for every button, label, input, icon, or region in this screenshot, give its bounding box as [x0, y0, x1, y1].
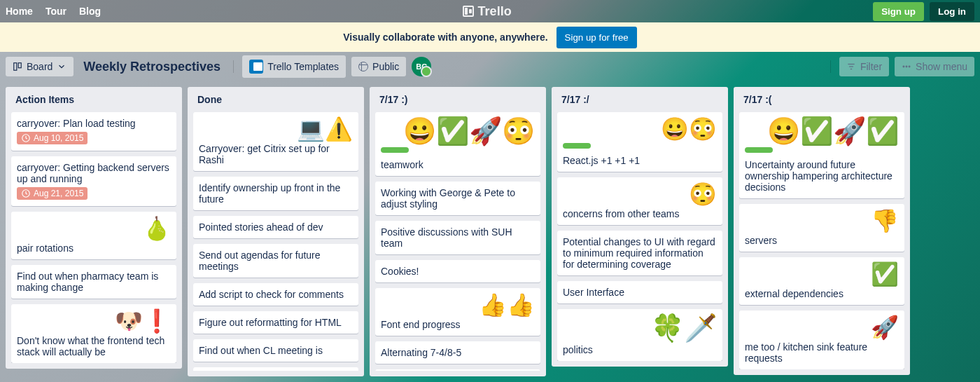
- due-date-badge[interactable]: Aug 21, 2015: [17, 187, 88, 200]
- card[interactable]: 💻⚠️Carryover: get Citrix set up for Rash…: [193, 112, 358, 171]
- card-text: teamwork: [381, 159, 535, 170]
- card[interactable]: 😀✅🚀😳teamwork: [375, 112, 540, 176]
- card-text: pair rotations: [17, 243, 171, 254]
- board-title[interactable]: Weekly Retrospectives: [79, 60, 225, 74]
- banner-cta-button[interactable]: Sign up for free: [556, 27, 637, 48]
- card[interactable]: carryover: Getting backend servers up an…: [11, 156, 176, 206]
- card[interactable]: 😀✅🚀✅Uncertainty around future ownership …: [739, 112, 904, 198]
- card[interactable]: 😳concerns from other teams: [557, 177, 722, 225]
- card-text: Font end progress: [381, 319, 535, 330]
- card[interactable]: carryover: Plan load testingAug 10, 2015: [11, 112, 176, 151]
- card-text: servers: [745, 235, 899, 246]
- visibility-button[interactable]: Public: [351, 57, 406, 76]
- list-title[interactable]: 7/17 :/: [557, 93, 722, 107]
- list-title[interactable]: 7/17 :(: [739, 93, 904, 107]
- card-text: Pointed stories ahead of dev: [199, 221, 353, 233]
- list-title[interactable]: 7/17 :): [375, 93, 540, 107]
- member-avatar[interactable]: BC: [412, 57, 431, 76]
- show-menu-label: Show menu: [916, 61, 967, 72]
- chevron-down-icon: [57, 62, 66, 71]
- nav-links: Home Tour Blog: [6, 6, 101, 17]
- list-title[interactable]: Action Items: [11, 93, 176, 107]
- filter-button[interactable]: Filter: [839, 57, 889, 76]
- card[interactable]: Alternating 7-4/8-5: [375, 341, 540, 364]
- card-stickers: 🍀🗡️: [563, 315, 717, 341]
- card-stickers: 👎: [745, 210, 899, 232]
- list-cards: 😀😳React.js +1 +1 +1😳concerns from other …: [557, 112, 722, 361]
- card[interactable]: Pointed stories ahead of dev: [193, 216, 358, 238]
- board-header-right: Filter Show menu: [827, 57, 974, 76]
- list: Action Itemscarryover: Plan load testing…: [6, 87, 182, 369]
- card[interactable]: Working with George & Pete to adjust sty…: [375, 182, 540, 215]
- card[interactable]: 🐶❗Don't know what the frontend tech stac…: [11, 304, 176, 363]
- card[interactable]: 👍👍Font end progress: [375, 288, 540, 336]
- card[interactable]: Send out agendas for future meetings: [193, 244, 358, 278]
- card-text: me too / kitchen sink feature requests: [745, 341, 899, 364]
- nav-tour[interactable]: Tour: [46, 6, 66, 17]
- show-menu-button[interactable]: Show menu: [895, 57, 974, 76]
- svg-rect-1: [18, 63, 21, 68]
- card[interactable]: Positive discussions with SUH team: [375, 221, 540, 254]
- list-cards: 😀✅🚀😳teamworkWorking with George & Pete t…: [375, 112, 540, 371]
- clock-icon: [21, 133, 31, 143]
- globe-icon: [358, 62, 368, 71]
- visibility-label: Public: [372, 61, 399, 72]
- card-text: React.js +1 +1 +1: [563, 155, 717, 166]
- card-text: User Interface: [563, 287, 717, 298]
- card-text: Carryover: get Citrix set up for Rashi: [199, 143, 353, 165]
- card[interactable]: Identify ownership up front in the futur…: [193, 177, 358, 210]
- card-label-green[interactable]: [381, 147, 409, 153]
- svg-point-5: [903, 66, 904, 67]
- card-text: Potential changes to UI with regard to m…: [563, 236, 717, 270]
- svg-rect-0: [14, 63, 17, 71]
- card[interactable]: 👎servers: [739, 204, 904, 252]
- card[interactable]: ✅external dependencies: [739, 257, 904, 305]
- card[interactable]: User Interface: [557, 281, 722, 303]
- templates-label: Trello Templates: [267, 61, 339, 72]
- card[interactable]: Figure out reformatting for HTML: [193, 311, 358, 334]
- list-cards: 💻⚠️Carryover: get Citrix set up for Rash…: [193, 112, 358, 371]
- list: Done💻⚠️Carryover: get Citrix set up for …: [188, 87, 364, 376]
- board-view-switcher[interactable]: Board: [6, 57, 74, 76]
- card-text: Cookies!: [381, 266, 535, 277]
- signup-button[interactable]: Sign up: [873, 2, 924, 21]
- top-nav: Home Tour Blog Trello Sign up Log in: [0, 0, 980, 22]
- nav-blog[interactable]: Blog: [79, 6, 101, 17]
- card[interactable]: 🚀me too / kitchen sink feature requests: [739, 311, 904, 369]
- card-label-green[interactable]: [563, 143, 591, 149]
- card-text: external dependencies: [745, 288, 899, 299]
- nav-home[interactable]: Home: [6, 6, 33, 17]
- card-text: Find out when CL meeting is: [199, 345, 353, 356]
- divider: [233, 60, 234, 73]
- clock-icon: [21, 189, 31, 198]
- card[interactable]: Find out when CL meeting is: [193, 339, 358, 362]
- card[interactable]: 😀😳React.js +1 +1 +1: [557, 112, 722, 172]
- svg-point-7: [909, 66, 910, 67]
- card-stickers: 🍐: [17, 217, 171, 240]
- card[interactable]: 🍐pair rotations: [11, 212, 176, 259]
- card-text: concerns from other teams: [563, 208, 717, 219]
- card[interactable]: meeting with John James: [375, 369, 540, 371]
- card[interactable]: Pair rotations: [193, 367, 358, 371]
- card[interactable]: Add script to check for comments: [193, 283, 358, 306]
- card[interactable]: 🍀🗡️politics: [557, 309, 722, 361]
- templates-button[interactable]: Trello Templates: [242, 55, 346, 78]
- banner-text: Visually collaborate with anyone, anywhe…: [343, 32, 547, 43]
- list-title[interactable]: Done: [193, 93, 358, 107]
- board-canvas[interactable]: Action Itemscarryover: Plan load testing…: [0, 81, 980, 382]
- brand: Trello: [101, 4, 873, 19]
- card-label-green[interactable]: [745, 147, 773, 153]
- card[interactable]: Cookies!: [375, 260, 540, 282]
- card[interactable]: Potential changes to UI with regard to m…: [557, 231, 722, 275]
- due-date-badge[interactable]: Aug 10, 2015: [17, 132, 88, 144]
- card-text: Add script to check for comments: [199, 289, 353, 300]
- card-text: Uncertainty around future ownership hamp…: [745, 159, 899, 193]
- list: 7/17 :)😀✅🚀😳teamworkWorking with George &…: [370, 87, 546, 376]
- card-text: politics: [563, 344, 717, 355]
- card-stickers: 😳: [563, 183, 717, 205]
- login-button[interactable]: Log in: [930, 2, 974, 21]
- board-icon: [13, 62, 22, 71]
- board-view-label: Board: [27, 61, 52, 72]
- filter-label: Filter: [860, 61, 882, 72]
- card[interactable]: Find out when pharmacy team is making ch…: [11, 265, 176, 299]
